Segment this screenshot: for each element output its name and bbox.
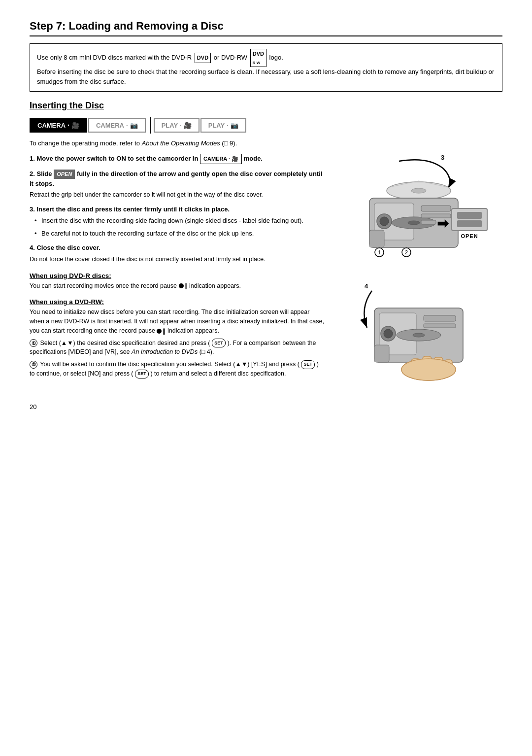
mode-btn-play-video[interactable]: PLAY · 🎥 bbox=[154, 118, 200, 133]
page-title: Step 7: Loading and Removing a Disc bbox=[30, 20, 502, 36]
svg-rect-27 bbox=[424, 324, 456, 328]
svg-text:1: 1 bbox=[378, 249, 381, 255]
camcorder-icon: 🎥 bbox=[71, 122, 79, 129]
step-3-bold: Insert the disc and press its center fir… bbox=[36, 206, 230, 213]
step-1: 1. Move the power switch to ON to set th… bbox=[30, 154, 325, 164]
right-arrow: ➡ bbox=[437, 215, 448, 232]
dvd-r-logo: DVD bbox=[195, 53, 211, 63]
dvdrw-title: When using a DVD-RW: bbox=[30, 298, 325, 306]
operating-mode-ref: (□ 9). bbox=[222, 139, 237, 147]
play-photo-label: PLAY bbox=[208, 122, 225, 129]
step-4-bold: Close the disc cover. bbox=[36, 244, 100, 251]
svg-text:4: 4 bbox=[365, 282, 368, 290]
dvdr-title: When using DVD-R discs: bbox=[30, 272, 325, 279]
set-button-3: SET bbox=[135, 370, 149, 378]
play-photo-icon: 📷 bbox=[231, 122, 238, 129]
dvdrw-text1: You need to initialize new discs before … bbox=[30, 308, 325, 335]
diagram-bottom: 4 bbox=[335, 278, 483, 388]
step-2: 2. Slide OPEN fully in the direction of … bbox=[30, 169, 325, 200]
page-number: 20 bbox=[30, 403, 502, 411]
svg-point-14 bbox=[380, 217, 389, 226]
dvdrw-pause-symbol: ‖ bbox=[163, 327, 166, 336]
instruction-list: 1. Move the power switch to ON to set th… bbox=[30, 154, 325, 264]
operating-mode-note: To change the operating mode, refer to A… bbox=[30, 139, 502, 147]
right-column: 3 bbox=[335, 154, 502, 388]
step-4: 4. Close the disc cover. Do not force th… bbox=[30, 243, 325, 264]
left-column: 1. Move the power switch to ON to set th… bbox=[30, 154, 325, 388]
section-title: Inserting the Disc bbox=[30, 101, 502, 111]
dvdr-section: When using DVD-R discs: You can start re… bbox=[30, 272, 325, 291]
svg-rect-12 bbox=[421, 220, 436, 224]
step-2-sub: Retract the grip belt under the camcorde… bbox=[30, 190, 325, 200]
info-box: Use only 8 cm mini DVD discs marked with… bbox=[30, 43, 502, 92]
svg-point-36 bbox=[401, 359, 456, 380]
dvdr-text: You can start recording movies once the … bbox=[30, 281, 325, 291]
dvdrw-step2: ② You will be asked to confirm the disc … bbox=[30, 360, 325, 378]
open-text: OPEN bbox=[461, 233, 478, 239]
content-area: 1. Move the power switch to ON to set th… bbox=[30, 154, 502, 388]
svg-point-3 bbox=[411, 188, 426, 193]
dvdrw-circle-1: ① bbox=[30, 339, 37, 347]
svg-rect-26 bbox=[424, 315, 456, 321]
play-photo-dot: · bbox=[227, 122, 229, 129]
svg-rect-15 bbox=[369, 230, 384, 247]
mode-btn-camera-video[interactable]: CAMERA · 🎥 bbox=[30, 118, 87, 133]
play-video-label: PLAY bbox=[162, 122, 178, 129]
open-box: OPEN bbox=[451, 208, 488, 239]
svg-point-25 bbox=[413, 333, 425, 337]
play-dot: · bbox=[180, 122, 182, 129]
set-button-2: SET bbox=[301, 360, 315, 369]
step-3-bullet-2: Be careful not to touch the recording su… bbox=[34, 229, 325, 239]
play-camcorder-icon: 🎥 bbox=[184, 122, 192, 129]
info-text-2: or DVD-RW bbox=[214, 54, 249, 61]
step-4-sub: Do not force the cover closed if the dis… bbox=[30, 255, 325, 264]
svg-text:2: 2 bbox=[405, 249, 408, 255]
mode-divider bbox=[150, 117, 151, 134]
dvdrw-circle-2: ② bbox=[30, 361, 37, 369]
step-4-num: 4. bbox=[30, 244, 36, 251]
step-1-num: 1. bbox=[30, 155, 36, 162]
dvdr-text-body: You can start recording movies once the … bbox=[30, 282, 179, 289]
dvdrw-italic-ref: An Introduction to DVDs bbox=[132, 348, 198, 355]
step-2-num: 2. bbox=[30, 170, 36, 177]
dvdr-pause-symbol: ‖ bbox=[185, 281, 188, 290]
mode-btn-camera-photo[interactable]: CAMERA · 📷 bbox=[88, 118, 146, 133]
mode-bar: CAMERA · 🎥 CAMERA · 📷 PLAY · 🎥 PLAY · 📷 bbox=[30, 117, 502, 134]
step-2-bold1: Slide bbox=[36, 170, 54, 177]
svg-point-29 bbox=[384, 329, 393, 338]
dvdr-record-indicator: ‖ bbox=[179, 281, 188, 290]
info-text-1: Use only 8 cm mini DVD discs marked with… bbox=[37, 54, 194, 61]
camera-dot: · bbox=[126, 122, 128, 129]
camera-photo-label: CAMERA bbox=[96, 122, 124, 129]
step-2-open-badge: OPEN bbox=[54, 170, 75, 179]
mode-btn-play-photo[interactable]: PLAY · 📷 bbox=[200, 118, 246, 133]
step-1-badge: CAMERA · 🎥 bbox=[200, 154, 242, 164]
step-3: 3. Insert the disc and press its center … bbox=[30, 205, 325, 239]
dvdrw-record-indicator: ‖ bbox=[157, 327, 166, 336]
svg-point-9 bbox=[408, 221, 420, 225]
dvdrw-record-dot bbox=[157, 329, 162, 334]
svg-rect-30 bbox=[374, 345, 389, 362]
step-3-bullet-1: Insert the disc with the recording side … bbox=[34, 216, 325, 226]
dvdrw-section: When using a DVD-RW: You need to initial… bbox=[30, 298, 325, 378]
step-1-text: Move the power switch to ON to set the c… bbox=[36, 155, 200, 162]
dvdr-end-text: indication appears. bbox=[189, 282, 241, 289]
step-3-bullets: Insert the disc with the recording side … bbox=[34, 216, 325, 238]
step-3-num: 3. bbox=[30, 206, 36, 213]
open-indicator: ➡ OPEN bbox=[437, 208, 488, 239]
diagram-top: 3 bbox=[335, 154, 483, 269]
dvdrw-step1: ① Select (▲▼) the desired disc specifica… bbox=[30, 339, 325, 357]
diagram-bottom-svg: 4 bbox=[335, 278, 483, 387]
set-button-1: SET bbox=[212, 339, 226, 347]
camera-icon: 📷 bbox=[130, 122, 138, 129]
operating-mode-italic: About the Operating Modes bbox=[142, 139, 220, 147]
step-1-end: mode. bbox=[244, 155, 263, 162]
camera-video-label: CAMERA bbox=[37, 122, 66, 129]
dvd-rw-logo: DVDR W bbox=[250, 49, 266, 67]
svg-text:3: 3 bbox=[441, 154, 444, 161]
camera-video-icon: · bbox=[67, 121, 69, 129]
dvdr-record-dot bbox=[179, 283, 184, 288]
